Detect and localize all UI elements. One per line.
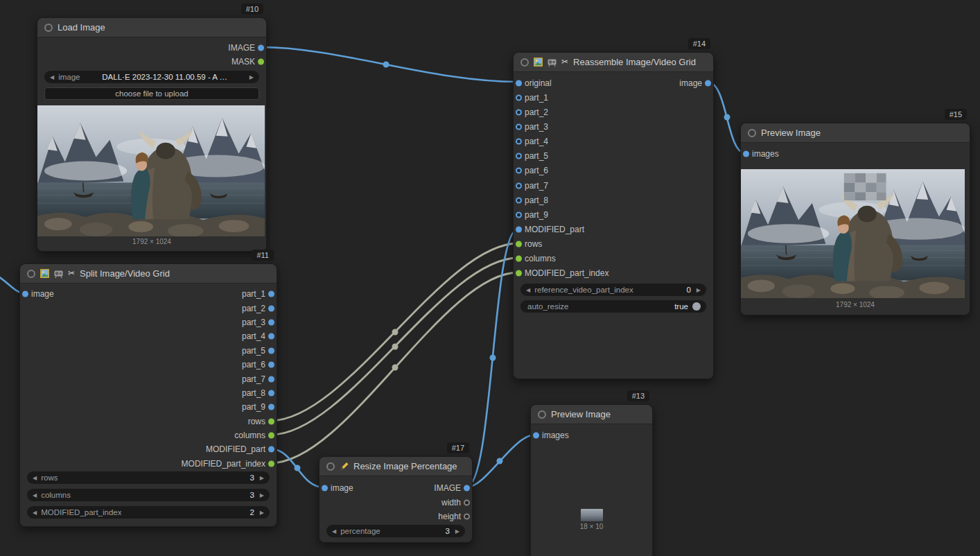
left-arrow-icon[interactable]: ◀ (33, 492, 37, 498)
input-label-part-2: part_2 (525, 107, 548, 117)
right-arrow-icon[interactable]: ▶ (455, 528, 460, 535)
left-arrow-icon[interactable]: ◀ (33, 510, 37, 516)
output-label-part-7: part_7 (242, 374, 265, 384)
input-label-part-9: part_9 (525, 210, 548, 220)
port-part-4-out[interactable] (268, 333, 274, 340)
image-combo-widget[interactable]: ◀ image DALL·E 2023-12-30 11.00.59 - A …… (44, 71, 259, 83)
port-part-2-out[interactable] (268, 305, 274, 311)
output-label-part-2: part_2 (242, 304, 265, 313)
port-part-3-in[interactable] (516, 123, 522, 130)
node-load-image[interactable]: #10 Load Image IMAGE MASK ◀ image DALL·E… (37, 17, 267, 252)
node-id-badge: #15 (945, 109, 967, 120)
combo-right-arrow-icon[interactable]: ▶ (250, 74, 254, 80)
node-title: Split Image/Video Grid (80, 268, 170, 279)
node-header[interactable]: ✂ Split Image/Video Grid (20, 264, 277, 284)
combo-left-arrow-icon[interactable]: ◀ (50, 74, 54, 80)
node-header[interactable]: ✂ Reassemble Image/Video Grid (514, 53, 713, 72)
port-image-out[interactable] (705, 80, 711, 86)
node-graph-canvas[interactable]: #10 Load Image IMAGE MASK ◀ image DALL·E… (0, 0, 980, 556)
node-title: Preview Image (761, 128, 821, 138)
port-rows-in[interactable] (516, 241, 522, 247)
port-part-8-in[interactable] (516, 197, 522, 203)
right-arrow-icon[interactable]: ▶ (260, 510, 264, 516)
node-preview-image-15[interactable]: #15 Preview Image images 1792 × 1024 (740, 123, 970, 315)
port-part-2-in[interactable] (516, 109, 522, 115)
node-title: Preview Image (551, 409, 611, 419)
reroute-dot[interactable] (497, 458, 503, 464)
port-images-in[interactable] (743, 150, 749, 157)
reroute-dot[interactable] (383, 62, 390, 68)
node-resize-image-percentage[interactable]: #17 Resize Image Percentage image IMAGE … (319, 456, 473, 543)
node-split-grid[interactable]: #11 ✂ Split Image/Video Grid image part_… (19, 263, 277, 527)
output-label-part-5: part_5 (242, 346, 265, 356)
widget-value: 3 (250, 474, 259, 482)
widget-value: true (674, 302, 690, 311)
port-part-9-in[interactable] (516, 211, 522, 218)
right-arrow-icon[interactable]: ▶ (260, 492, 264, 498)
choose-file-button[interactable]: choose file to upload (44, 87, 259, 100)
node-header[interactable]: Preview Image (741, 123, 970, 143)
port-part-4-in[interactable] (516, 139, 522, 145)
port-part-8-out[interactable] (268, 390, 274, 396)
reference-video-part-index-widget[interactable]: ◀ reference_video_part_index 0 ▶ (520, 284, 706, 296)
port-part-9-out[interactable] (268, 404, 274, 410)
collapse-toggle[interactable] (27, 270, 35, 278)
port-height-out[interactable] (464, 514, 470, 520)
percentage-widget[interactable]: ◀ percentage 3 ▶ (326, 525, 465, 537)
port-modified-part-in[interactable] (516, 226, 522, 232)
port-part-1-in[interactable] (516, 94, 522, 101)
reroute-dot[interactable] (392, 329, 399, 336)
node-preview-image-13[interactable]: #13 Preview Image images 18 × 10 (530, 404, 653, 556)
port-part-3-out[interactable] (268, 319, 274, 325)
input-label-images: images (542, 431, 569, 440)
reroute-dot[interactable] (724, 114, 730, 121)
port-image-out[interactable] (258, 45, 264, 51)
collapse-toggle[interactable] (520, 58, 529, 67)
port-part-1-out[interactable] (268, 291, 274, 297)
collapse-toggle[interactable] (538, 410, 546, 419)
port-part-6-out[interactable] (268, 362, 274, 368)
collapse-toggle[interactable] (326, 462, 335, 471)
port-part-5-in[interactable] (516, 153, 522, 159)
right-arrow-icon[interactable]: ▶ (697, 287, 701, 293)
left-arrow-icon[interactable]: ◀ (526, 287, 530, 293)
reroute-dot[interactable] (392, 344, 399, 350)
collapse-toggle[interactable] (748, 129, 756, 137)
port-modified-part-out[interactable] (268, 446, 274, 453)
toggle-knob[interactable] (692, 302, 701, 311)
port-part-7-in[interactable] (516, 182, 522, 189)
reroute-dot[interactable] (295, 465, 301, 471)
node-header[interactable]: Preview Image (531, 405, 652, 424)
input-label-part-1: part_1 (525, 93, 548, 103)
reroute-dot[interactable] (392, 365, 399, 371)
port-images-in[interactable] (533, 432, 539, 438)
port-columns-in[interactable] (516, 256, 522, 262)
input-label-part-6: part_6 (525, 166, 548, 175)
left-arrow-icon[interactable]: ◀ (332, 528, 336, 535)
blurred-region (844, 173, 886, 200)
port-part-5-out[interactable] (268, 347, 274, 354)
port-mask-out[interactable] (258, 59, 264, 65)
port-part-7-out[interactable] (268, 376, 274, 382)
output-label-part-4: part_4 (242, 331, 265, 341)
node-header[interactable]: Load Image (37, 18, 266, 37)
port-image-out[interactable] (464, 485, 470, 492)
port-modified-part-index-in[interactable] (516, 270, 522, 277)
port-part-6-in[interactable] (516, 168, 522, 174)
port-modified-part-index-out[interactable] (268, 460, 274, 467)
reroute-dot[interactable] (490, 355, 496, 361)
port-columns-out[interactable] (268, 433, 274, 439)
port-width-out[interactable] (464, 499, 470, 505)
input-label-images: images (752, 149, 779, 159)
node-header[interactable]: Resize Image Percentage (320, 457, 472, 476)
port-rows-out[interactable] (268, 418, 274, 424)
collapse-toggle[interactable] (44, 24, 53, 32)
right-arrow-icon[interactable]: ▶ (260, 475, 264, 481)
rows-widget[interactable]: ◀ rows 3 ▶ (27, 471, 270, 484)
left-arrow-icon[interactable]: ◀ (33, 475, 37, 481)
columns-widget[interactable]: ◀ columns 3 ▶ (27, 489, 270, 501)
modified-part-index-widget[interactable]: ◀ MODIFIED_part_index 2 ▶ (27, 506, 270, 519)
node-image-preview (581, 509, 603, 521)
auto-resize-toggle[interactable]: auto_resize true (520, 300, 706, 313)
node-reassemble-grid[interactable]: #14 ✂ Reassemble Image/Video Grid origin… (513, 52, 714, 379)
